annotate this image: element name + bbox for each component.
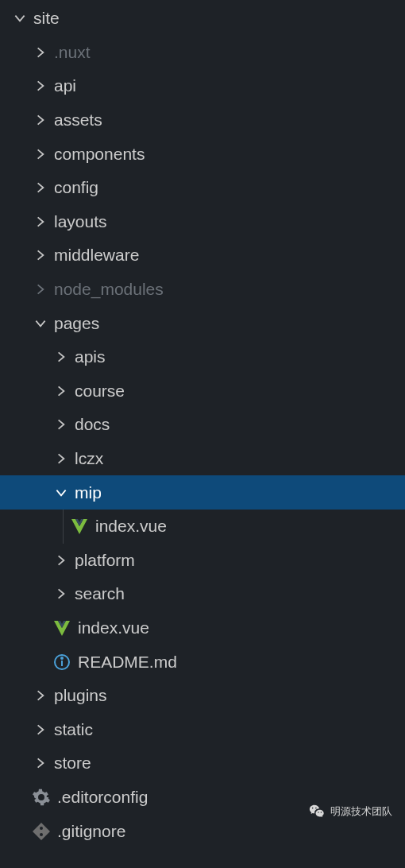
chevron-right-icon [32,754,49,772]
tree-item-lczx[interactable]: lczx [0,442,405,476]
tree-item-label: docs [75,415,405,434]
chevron-right-icon [52,585,70,603]
tree-item-middleware[interactable]: middleware [0,238,405,273]
chevron-right-icon [32,77,49,95]
tree-item-label: plugins [54,686,405,705]
tree-item-pages-index[interactable]: index.vue [0,611,405,645]
tree-item-node-modules[interactable]: node_modules [0,273,405,307]
chevron-right-icon [32,721,49,738]
tree-item-pages[interactable]: pages [0,306,405,340]
tree-item-label: api [54,76,405,95]
tree-item-label: index.vue [95,517,405,536]
tree-item-platform[interactable]: platform [0,544,405,578]
chevron-right-icon [52,416,70,433]
wechat-icon [308,803,326,820]
tree-item-plugins[interactable]: plugins [0,679,405,713]
tree-item-label: components [54,145,405,164]
tree-item-layouts[interactable]: layouts [0,205,405,239]
tree-item-docs[interactable]: docs [0,408,405,442]
chevron-down-icon [11,10,29,27]
tree-item-mip[interactable]: mip [0,475,405,510]
gear-icon [32,788,51,807]
info-icon [52,653,71,672]
tree-item-static[interactable]: static [0,712,405,746]
tree-item-label: apis [75,347,405,366]
tree-item-label: layouts [54,212,405,231]
tree-item-config[interactable]: config [0,171,405,205]
tree-item-label: middleware [54,246,405,265]
file-explorer-tree: site .nuxt api assets components config … [0,0,405,848]
tree-item-label: platform [75,551,405,570]
chevron-right-icon [52,382,70,400]
chevron-right-icon [52,552,70,569]
tree-item-label: store [54,754,405,773]
tree-item-label: site [33,9,405,28]
tree-item-label: node_modules [54,280,405,299]
tree-item-label: index.vue [78,618,405,637]
wechat-watermark-label: 明源技术团队 [330,804,392,819]
tree-item-apis[interactable]: apis [0,340,405,374]
tree-item-label: README.md [78,653,405,672]
vue-icon [52,618,71,637]
git-icon [32,822,51,841]
tree-item-components[interactable]: components [0,137,405,171]
tree-item-label: config [54,178,405,197]
tree-item-label: .nuxt [54,43,405,62]
chevron-right-icon [52,450,70,467]
vue-icon [70,517,89,536]
tree-item-assets[interactable]: assets [0,103,405,138]
tree-item-course[interactable]: course [0,374,405,409]
tree-item-label: .gitignore [57,822,405,841]
chevron-right-icon [32,44,49,61]
tree-item-label: mip [75,483,405,502]
chevron-right-icon [32,281,49,298]
chevron-right-icon [52,348,70,366]
tree-item-mip-index[interactable]: index.vue [0,510,405,544]
chevron-down-icon [52,484,70,502]
tree-item-readme[interactable]: README.md [0,645,405,679]
tree-item-api[interactable]: api [0,69,405,103]
tree-item-label: assets [54,110,405,130]
chevron-right-icon [32,179,49,196]
tree-item-label: lczx [75,449,405,468]
svg-point-2 [61,657,63,659]
tree-item-label: course [75,382,405,401]
tree-item-store[interactable]: store [0,746,405,781]
tree-item-label: pages [54,314,405,333]
tree-item-site[interactable]: site [0,2,405,36]
tree-item-search[interactable]: search [0,577,405,611]
chevron-right-icon [32,145,49,163]
tree-item-nuxt[interactable]: .nuxt [0,36,405,70]
chevron-right-icon [32,687,49,704]
wechat-watermark: 明源技术团队 [303,800,397,823]
chevron-right-icon [32,111,49,129]
chevron-down-icon [32,315,49,332]
chevron-right-icon [32,246,49,264]
chevron-right-icon [32,213,49,231]
tree-item-label: search [75,584,405,603]
tree-item-label: static [54,720,405,739]
